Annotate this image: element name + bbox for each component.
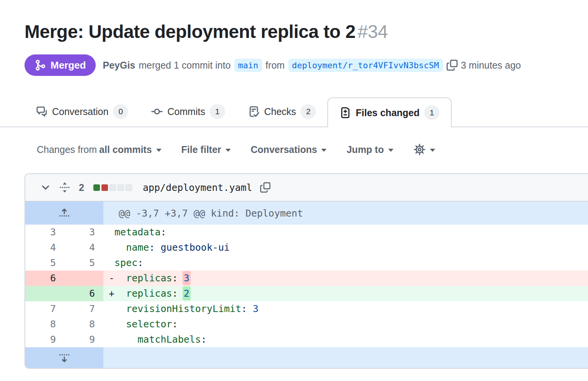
diffstat-squares: [93, 184, 132, 191]
code-token: [114, 273, 126, 284]
code-token: [114, 334, 137, 345]
code-token: :: [201, 334, 207, 345]
expand-down-icon: [58, 351, 70, 364]
pr-number: #34: [358, 21, 388, 42]
new-line-number[interactable]: 3: [64, 225, 103, 240]
code-line: + replicas: 2: [103, 286, 588, 301]
head-branch-label[interactable]: deployment/r_tor4VFIvvN3bscSM: [288, 59, 443, 72]
base-branch-label[interactable]: main: [234, 59, 262, 72]
hunk-header-row: @@ -3,7 +3,7 @@ kind: Deployment: [25, 202, 588, 225]
diff-row-context: 99 matchLabels:: [25, 332, 588, 347]
changes-from-dropdown[interactable]: Changes from all commits: [37, 144, 162, 155]
copy-branch-button[interactable]: [446, 59, 458, 71]
expand-hunk-down-button[interactable]: [25, 347, 103, 368]
old-line-number[interactable]: 4: [25, 240, 64, 255]
diff-settings-dropdown[interactable]: [413, 143, 435, 156]
copy-path-button[interactable]: [260, 182, 271, 193]
code-line: - replicas: 3: [103, 271, 588, 286]
diff-row-add: 6+ replicas: 2: [25, 286, 588, 301]
code-token: :: [160, 227, 166, 238]
diff-row-context: 33 metadata:: [25, 225, 588, 240]
code-token: [114, 242, 126, 253]
tab-commits[interactable]: Commits 1: [140, 97, 237, 126]
pr-tab-bar: Conversation 0 Commits 1 Checks 2: [0, 97, 588, 127]
new-line-number[interactable]: 8: [64, 317, 103, 332]
code-token: selector: [126, 319, 172, 330]
diff-toolbar: Changes from all commits File filter Con…: [37, 143, 588, 156]
chevron-down-icon: [156, 149, 162, 152]
copy-icon: [260, 182, 271, 193]
changed-token: 2: [183, 286, 191, 301]
merged-time: 3 minutes ago: [461, 60, 521, 71]
merge-summary: PeyGis merged 1 commit into main from de…: [103, 59, 524, 72]
code-token: :: [172, 288, 184, 299]
merged-action-text: merged 1 commit into: [139, 60, 230, 71]
old-line-number[interactable]: 7: [25, 301, 64, 317]
code-line: name: guestbook-ui: [103, 240, 588, 255]
code-line: revisionHistoryLimit: 3: [103, 301, 588, 317]
git-commit-icon: [151, 106, 163, 117]
tab-label: Files changed: [356, 107, 420, 118]
new-line-number[interactable]: 5: [64, 255, 103, 271]
chevron-down-icon: [225, 149, 231, 152]
new-line-number[interactable]: [64, 271, 103, 286]
diffstat-square-empty: [118, 184, 124, 191]
code-token: matchLabels: [137, 334, 201, 345]
conversations-dropdown[interactable]: Conversations: [251, 144, 327, 155]
old-line-number[interactable]: 3: [25, 225, 64, 240]
changed-lines-count: 2: [79, 182, 84, 193]
old-line-number[interactable]: [25, 286, 64, 301]
code-token: :: [137, 257, 143, 268]
code-token: name: [126, 242, 149, 253]
code-token: replicas: [126, 288, 172, 299]
diff-row-context: 55 spec:: [25, 255, 588, 271]
diff-marker: [109, 319, 114, 330]
old-line-number[interactable]: 8: [25, 317, 64, 332]
file-path[interactable]: app/deployment.yaml: [143, 182, 252, 193]
git-merge-icon: [34, 59, 46, 71]
diff-file-card: 2 app/deployment.yaml @@ -3,: [24, 173, 588, 369]
expand-down-row: [25, 347, 588, 368]
tab-conversation[interactable]: Conversation 0: [24, 97, 140, 126]
code-line: selector:: [103, 317, 588, 332]
code-token: [114, 288, 126, 299]
pr-author[interactable]: PeyGis: [103, 60, 135, 71]
old-line-number[interactable]: 9: [25, 332, 64, 347]
comment-discussion-icon: [36, 106, 47, 117]
tab-counter: 1: [210, 104, 225, 119]
diffstat-square-empty: [126, 184, 132, 191]
tab-counter: 1: [424, 105, 439, 120]
drag-handle-icon[interactable]: [59, 182, 70, 193]
diff-row-del: 6- replicas: 3: [25, 271, 588, 286]
code-token: revisionHistoryLimit: [126, 303, 241, 314]
file-filter-dropdown[interactable]: File filter: [181, 144, 231, 155]
collapse-file-button[interactable]: [40, 182, 51, 193]
expand-hunk-up-button[interactable]: [25, 202, 103, 225]
diff-marker: [109, 334, 114, 345]
page-title: Merge: Update deployment replica to 2#34: [24, 21, 564, 43]
conversations-label: Conversations: [251, 144, 317, 155]
jump-to-dropdown[interactable]: Jump to: [346, 144, 393, 155]
diffstat-square-empty: [109, 184, 116, 191]
code-token: 3: [253, 303, 258, 314]
new-line-number[interactable]: 9: [64, 332, 103, 347]
code-token: :: [241, 303, 253, 314]
changes-from-value: all commits: [99, 144, 152, 155]
changed-token: 3: [183, 271, 191, 285]
file-filter-label: File filter: [181, 144, 221, 155]
jump-to-label: Jump to: [346, 144, 384, 155]
new-line-number[interactable]: 7: [64, 301, 103, 317]
tab-label: Checks: [264, 106, 296, 117]
new-line-number[interactable]: 6: [64, 286, 103, 301]
expand-down-track: [103, 347, 588, 368]
tab-files-changed[interactable]: Files changed 1: [327, 97, 452, 127]
from-text: from: [266, 60, 285, 71]
tab-counter: 2: [301, 104, 316, 119]
new-line-number[interactable]: 4: [64, 240, 103, 255]
tab-label: Conversation: [52, 106, 108, 117]
tab-checks[interactable]: Checks 2: [237, 97, 327, 126]
old-line-number[interactable]: 5: [25, 255, 64, 271]
old-line-number[interactable]: 6: [25, 271, 64, 286]
code-token: :: [149, 242, 160, 253]
chevron-down-icon: [430, 149, 435, 152]
